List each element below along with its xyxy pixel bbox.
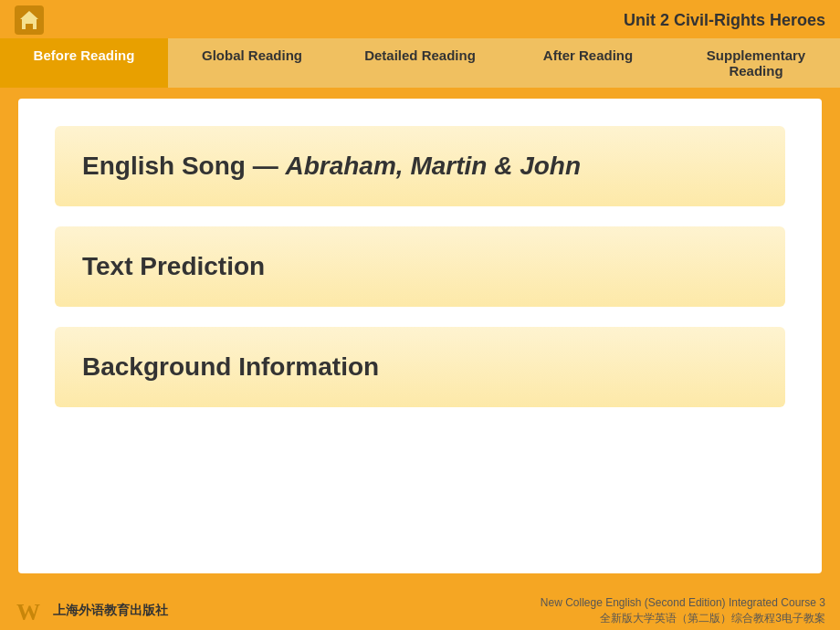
subtitle-line1: New College English (Second Edition) Int… (541, 595, 825, 611)
tab-global-reading[interactable]: Global Reading (168, 38, 336, 88)
publisher-logo: W 上海外语教育出版社 (15, 594, 168, 627)
background-info-title: Background Information (82, 352, 758, 382)
svg-text:W: W (16, 599, 40, 625)
unit-title: Unit 2 Civil-Rights Heroes (624, 11, 825, 30)
tab-before-reading[interactable]: Before Reading (0, 38, 168, 88)
subtitle-line2: 全新版大学英语（第二版）综合教程3电子教案 (541, 611, 825, 626)
top-bar: Unit 2 Civil-Rights Heroes (0, 0, 840, 38)
publisher-name: 上海外语教育出版社 (53, 603, 168, 619)
text-prediction-title: Text Prediction (82, 252, 758, 281)
main-content: English Song — Abraham, Martin & John Te… (18, 99, 822, 573)
english-song-card[interactable]: English Song — Abraham, Martin & John (55, 126, 785, 206)
text-prediction-card[interactable]: Text Prediction (55, 226, 785, 307)
english-song-title-italic: Abraham, Martin & John (285, 152, 581, 180)
publisher-subtitle: New College English (Second Edition) Int… (541, 595, 825, 626)
tab-after-reading[interactable]: After Reading (504, 38, 672, 88)
background-info-card[interactable]: Background Information (55, 327, 785, 407)
english-song-title: English Song — Abraham, Martin & John (82, 152, 758, 181)
nav-tabs: Before Reading Global Reading Detailed R… (0, 38, 840, 88)
tab-supplementary-reading[interactable]: Supplementary Reading (672, 38, 840, 88)
bottom-bar: W 上海外语教育出版社 New College English (Second … (0, 592, 840, 630)
english-song-title-plain: English Song — (82, 152, 285, 180)
tab-detailed-reading[interactable]: Detailed Reading (336, 38, 504, 88)
home-icon[interactable] (15, 5, 44, 35)
